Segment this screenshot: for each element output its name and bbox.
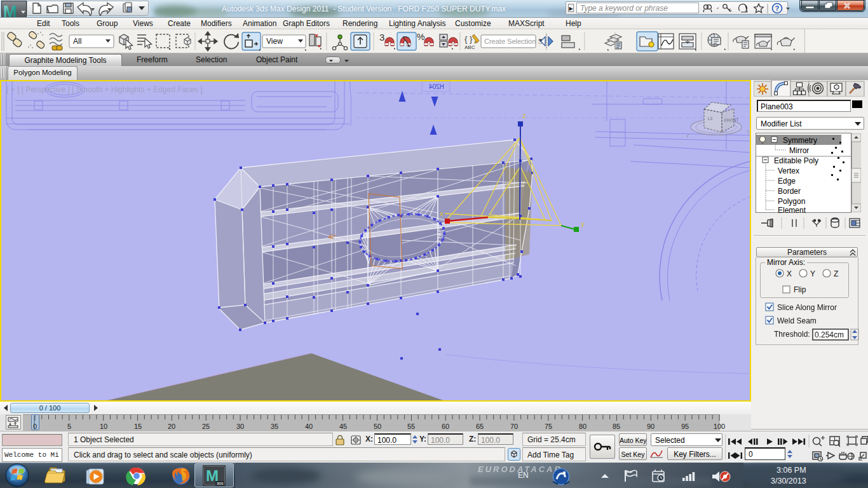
svg-text:5: 5 [67,423,71,430]
svg-text:Z: Z [834,269,838,278]
svg-text:100: 100 [714,423,725,430]
svg-text:FRONT: FRONT [724,118,739,123]
svg-text:70: 70 [510,423,518,430]
svg-text:50: 50 [374,423,381,430]
svg-text:Edge: Edge [778,177,796,186]
svg-text:45: 45 [339,423,347,430]
svg-text:75: 75 [545,423,552,430]
svg-text:0: 0 [33,423,37,430]
svg-text:[ + ] [ Perspective ] [ Smooth: [ + ] [ Perspective ] [ Smooth + Highlig… [6,85,203,94]
svg-text:x: x [440,210,444,217]
svg-text:20: 20 [168,423,175,430]
svg-text:Vertex: Vertex [778,166,799,175]
svg-text:Threshold:: Threshold: [774,330,810,339]
svg-text:10: 10 [100,423,107,430]
svg-text:z: z [522,112,526,119]
svg-text:All: All [73,37,81,46]
svg-text:Weld Seam: Weld Seam [777,316,817,325]
svg-text:Border: Border [778,187,801,196]
svg-text:55: 55 [407,423,415,430]
svg-text:15: 15 [134,423,142,430]
svg-text:Mirror: Mirror [789,146,809,155]
svg-text:65: 65 [476,423,484,430]
svg-text:Create Selection Se: Create Selection Se [484,37,546,45]
svg-text:H204: H204 [429,83,444,90]
svg-text:y: y [581,220,585,227]
svg-text:25: 25 [202,423,210,430]
svg-text:40: 40 [305,423,313,430]
svg-text:85: 85 [613,423,620,430]
svg-text:%: % [417,32,424,42]
svg-text:60: 60 [442,423,449,430]
svg-text:Flip: Flip [794,285,806,294]
svg-text:90: 90 [647,423,654,430]
svg-text:?: ? [775,4,780,12]
svg-text:Editable Poly: Editable Poly [774,156,818,165]
svg-text:80: 80 [579,423,587,430]
svg-text:Polygon: Polygon [778,197,805,206]
svg-text:95: 95 [681,423,689,430]
svg-text:3DS: 3DS [217,482,224,485]
svg-text:Symmetry: Symmetry [783,136,817,145]
svg-text:Slice Along Mirror: Slice Along Mirror [777,303,837,312]
svg-text:View: View [266,37,283,46]
svg-text:0.254cm: 0.254cm [815,330,844,339]
svg-text:Y: Y [810,269,815,278]
svg-text:{ }: { } [465,34,473,44]
svg-text:X: X [787,269,792,278]
svg-text:35: 35 [271,423,278,430]
svg-text:L3: L3 [708,116,713,121]
svg-text:30: 30 [236,423,244,430]
svg-text:ABC: ABC [465,44,475,50]
svg-text:Element: Element [778,206,806,213]
svg-text:3: 3 [379,32,384,43]
svg-text:M: M [3,2,17,18]
